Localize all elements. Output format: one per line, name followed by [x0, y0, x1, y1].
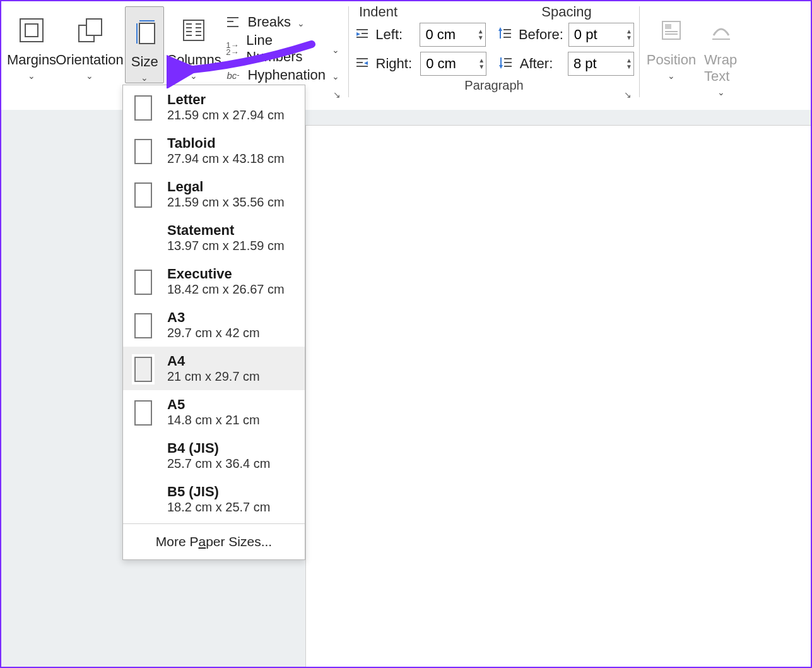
- paragraph-launcher[interactable]: ↘: [624, 90, 635, 101]
- breaks-label: Breaks: [247, 14, 290, 30]
- spacing-after-label: After:: [520, 56, 563, 72]
- position-button: Position ⌄: [645, 5, 698, 81]
- size-option-name: A3: [167, 309, 260, 326]
- indent-right-value: 0 cm: [426, 56, 456, 72]
- spacing-before-icon: [497, 26, 514, 44]
- columns-button[interactable]: Columns ⌄: [167, 5, 221, 81]
- size-option-a4[interactable]: A421 cm x 29.7 cm: [123, 347, 305, 390]
- more-paper-sizes[interactable]: More Paper Sizes...: [123, 524, 305, 559]
- size-option-name: Legal: [167, 179, 285, 195]
- breaks-button[interactable]: Breaks ⌄: [221, 9, 343, 35]
- chevron-down-icon: ⌄: [141, 73, 148, 83]
- size-option-dimensions: 27.94 cm x 43.18 cm: [167, 152, 285, 166]
- chevron-down-icon: ⌄: [332, 71, 339, 81]
- page-icon: [134, 182, 152, 208]
- margins-button[interactable]: Margins ⌄: [6, 5, 57, 81]
- svg-marker-22: [356, 32, 360, 36]
- margins-label: Margins: [7, 52, 56, 68]
- spacing-before-value: 0 pt: [574, 27, 597, 43]
- line-numbers-icon: 1→2→: [225, 40, 240, 57]
- size-icon: [131, 17, 158, 47]
- spacing-header: Spacing: [499, 4, 634, 20]
- spinner-arrows[interactable]: ▲▼: [626, 57, 632, 70]
- orientation-label: Orientation: [56, 52, 124, 68]
- hyphenation-icon: bc-: [225, 67, 241, 83]
- wrap-text-label: Wrap Text: [704, 52, 738, 85]
- page-icon: [134, 400, 152, 426]
- document-page: [305, 125, 811, 667]
- page-setup-launcher[interactable]: ↘: [333, 90, 344, 101]
- chevron-down-icon: ⌄: [28, 71, 35, 81]
- size-option-b4-jis-[interactable]: B4 (JIS)25.7 cm x 36.4 cm: [123, 434, 305, 477]
- size-option-dimensions: 13.97 cm x 21.59 cm: [167, 239, 285, 253]
- breaks-icon: [225, 14, 241, 30]
- chevron-down-icon: ⌄: [332, 45, 339, 55]
- size-option-dimensions: 21 cm x 29.7 cm: [167, 369, 260, 384]
- size-option-b5-jis-[interactable]: B5 (JIS)18.2 cm x 25.7 cm: [123, 477, 305, 521]
- spinner-arrows[interactable]: ▲▼: [478, 28, 484, 41]
- size-option-a3[interactable]: A329.7 cm x 42 cm: [123, 303, 305, 347]
- spacing-before-label: Before:: [519, 27, 563, 43]
- size-option-dimensions: 14.8 cm x 21 cm: [167, 413, 260, 427]
- size-option-name: Executive: [167, 266, 285, 282]
- group-paragraph: Indent Spacing Left: 0 cm ▲▼ Before: 0 p…: [349, 1, 639, 102]
- page-icon: [134, 313, 152, 338]
- size-option-executive[interactable]: Executive18.42 cm x 26.67 cm: [123, 259, 305, 303]
- svg-marker-34: [499, 65, 503, 69]
- paragraph-group-label: Paragraph: [354, 78, 634, 95]
- spinner-arrows[interactable]: ▲▼: [626, 28, 632, 41]
- indent-right-icon: [354, 55, 371, 73]
- hyphenation-label: Hyphenation: [247, 67, 326, 83]
- chevron-down-icon: ⌄: [717, 87, 725, 97]
- size-option-name: B4 (JIS): [167, 440, 270, 456]
- size-option-tabloid[interactable]: Tabloid27.94 cm x 43.18 cm: [123, 129, 305, 172]
- size-option-dimensions: 21.59 cm x 35.56 cm: [167, 195, 285, 210]
- wrap-text-icon: [707, 15, 735, 45]
- indent-right-label: Right:: [376, 56, 416, 72]
- spacing-before-input[interactable]: 0 pt ▲▼: [568, 23, 634, 47]
- spacing-after-icon: [498, 55, 515, 73]
- size-option-dimensions: 18.42 cm x 26.67 cm: [167, 282, 285, 297]
- page-icon-placeholder: [134, 444, 152, 469]
- indent-left-input[interactable]: 0 cm ▲▼: [420, 23, 485, 47]
- margins-icon: [18, 15, 45, 45]
- size-option-a5[interactable]: A514.8 cm x 21 cm: [123, 390, 305, 434]
- size-option-name: Statement: [167, 222, 285, 239]
- size-option-dimensions: 18.2 cm x 25.7 cm: [167, 500, 270, 515]
- indent-left-icon: [354, 26, 370, 44]
- page-icon: [134, 357, 152, 382]
- columns-icon: [180, 15, 208, 45]
- spacing-after-value: 8 pt: [574, 56, 597, 72]
- size-option-name: A4: [167, 353, 260, 369]
- size-option-letter[interactable]: Letter21.59 cm x 27.94 cm: [123, 85, 305, 129]
- size-option-dimensions: 21.59 cm x 27.94 cm: [167, 108, 285, 122]
- spacing-after-input[interactable]: 8 pt ▲▼: [568, 52, 634, 76]
- chevron-down-icon: ⌄: [190, 71, 197, 81]
- orientation-button[interactable]: Orientation ⌄: [57, 5, 122, 81]
- svg-rect-4: [139, 23, 155, 44]
- wrap-text-button: Wrap Text ⌄: [698, 5, 744, 97]
- indent-right-input[interactable]: 0 cm ▲▼: [420, 52, 486, 76]
- size-button[interactable]: Size ⌄: [125, 6, 164, 83]
- svg-rect-36: [665, 24, 671, 29]
- size-option-name: A5: [167, 397, 260, 413]
- chevron-down-icon: ⌄: [297, 18, 305, 28]
- svg-rect-1: [25, 24, 38, 37]
- size-option-statement[interactable]: Statement13.97 cm x 21.59 cm: [123, 216, 305, 259]
- position-label: Position: [647, 52, 696, 68]
- orientation-icon: [75, 15, 104, 45]
- svg-marker-30: [364, 61, 368, 65]
- svg-rect-3: [86, 19, 102, 35]
- svg-rect-0: [20, 19, 43, 42]
- group-arrange: Position ⌄ Wrap Text ⌄: [640, 1, 750, 102]
- line-numbers-button[interactable]: 1→2→ Line Numbers ⌄: [221, 35, 343, 62]
- indent-left-value: 0 cm: [425, 27, 456, 43]
- size-option-dimensions: 29.7 cm x 42 cm: [167, 326, 260, 340]
- spinner-arrows[interactable]: ▲▼: [478, 57, 485, 70]
- indent-left-label: Left:: [375, 27, 415, 43]
- page-icon: [134, 270, 152, 295]
- size-option-name: B5 (JIS): [167, 484, 270, 500]
- size-option-legal[interactable]: Legal21.59 cm x 35.56 cm: [123, 172, 305, 216]
- size-option-name: Letter: [167, 92, 285, 108]
- page-icon: [134, 139, 152, 164]
